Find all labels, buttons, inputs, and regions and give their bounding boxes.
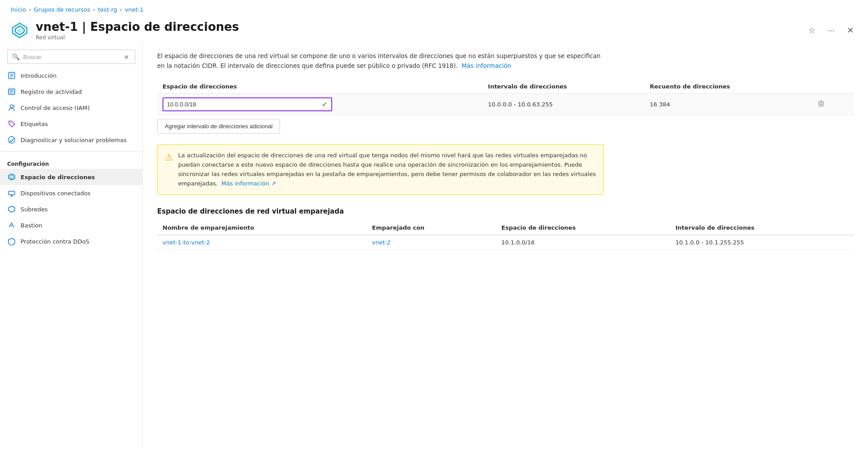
diagnose-icon	[7, 135, 16, 144]
sidebar-item-subnets[interactable]: Subredes	[0, 201, 142, 217]
col-actions	[809, 80, 854, 94]
table-row: vnet-1-to-vnet-2 vnet-2 10.1.0.0/16 10.1…	[157, 235, 854, 250]
peered-name-link[interactable]: vnet-1-to-vnet-2	[163, 239, 210, 246]
svg-rect-22	[818, 102, 824, 102]
svg-rect-17	[8, 191, 15, 195]
table-row: ✓ 10.0.0.0 - 10.0.63.255 16 384	[157, 94, 854, 115]
peered-with-link[interactable]: vnet-2	[372, 239, 391, 246]
svg-rect-23	[820, 101, 822, 101]
peered-section: Espacio de direcciones de red virtual em…	[157, 207, 854, 250]
main-content: El espacio de direcciones de una red vir…	[143, 42, 868, 447]
sidebar-item-diagnose[interactable]: Diagnosticar y solucionar problemas	[0, 132, 142, 148]
header-actions: ☆ ··· ✕	[805, 24, 857, 37]
page-header: vnet-1 | Espacio de direcciones Red virt…	[0, 17, 868, 42]
cidr-input-wrapper: ✓	[163, 97, 332, 111]
sidebar-item-intro[interactable]: Introducción	[0, 67, 142, 84]
sidebar-item-activity[interactable]: Registro de actividad	[0, 84, 142, 100]
collapse-sidebar-button[interactable]: «	[123, 53, 130, 61]
ddos-icon	[7, 237, 16, 246]
cidr-input[interactable]	[167, 101, 318, 108]
breadcrumb-vnet1[interactable]: vnet-1	[125, 6, 144, 13]
col-range: Intervalo de direcciones	[483, 80, 645, 94]
sidebar-tags-label: Etiquetas	[21, 121, 48, 127]
sidebar-intro-label: Introducción	[21, 72, 57, 79]
sidebar-item-iam[interactable]: Control de acceso (IAM)	[0, 100, 142, 116]
sidebar: 🔍 « Introducción Registro de actividad C…	[0, 42, 143, 447]
svg-rect-7	[8, 89, 15, 94]
sidebar-item-ddos[interactable]: Protección contra DDoS	[0, 233, 142, 249]
delete-row-button[interactable]	[814, 98, 828, 111]
bastion-icon	[7, 221, 16, 230]
peered-space-cell: 10.1.0.0/16	[496, 235, 670, 250]
more-options-button[interactable]: ···	[824, 24, 838, 37]
sidebar-diagnose-label: Diagnosticar y solucionar problemas	[21, 137, 126, 143]
svg-point-11	[10, 105, 13, 108]
peered-table: Nombre de emparejamiento Emparejado con …	[157, 221, 854, 250]
cidr-cell: ✓	[157, 94, 483, 115]
cidr-valid-icon: ✓	[322, 100, 328, 109]
sidebar-devices-label: Dispositivos conectados	[21, 190, 91, 197]
peered-col-space: Espacio de direcciones	[496, 221, 670, 235]
svg-point-13	[10, 122, 11, 123]
warning-icon: ⚠	[165, 152, 173, 188]
sidebar-iam-label: Control de acceso (IAM)	[21, 105, 90, 111]
subnets-icon	[7, 205, 16, 214]
sidebar-address-space-label: Espacio de direcciones	[21, 174, 95, 181]
breadcrumb-test-rg[interactable]: test-rg	[98, 6, 117, 13]
activity-icon	[7, 87, 16, 96]
favorite-button[interactable]: ☆	[805, 24, 819, 37]
intro-icon	[7, 71, 16, 80]
breadcrumb-grupos[interactable]: Grupos de recursos	[34, 6, 90, 13]
page-title: vnet-1 | Espacio de direcciones	[36, 20, 797, 34]
sidebar-subnets-label: Subredes	[21, 206, 48, 213]
close-button[interactable]: ✕	[843, 24, 857, 37]
address-space-icon	[7, 172, 16, 181]
sidebar-item-address-space[interactable]: Espacio de direcciones	[0, 169, 142, 185]
devices-icon	[7, 189, 16, 198]
vnet-icon	[11, 21, 29, 39]
sidebar-item-devices[interactable]: Dispositivos conectados	[0, 185, 142, 201]
address-space-table-container: Espacio de direcciones Intervalo de dire…	[157, 80, 854, 134]
search-icon: 🔍	[12, 53, 20, 60]
delete-cell	[809, 94, 854, 115]
col-address-space: Espacio de direcciones	[157, 80, 483, 94]
peered-range-cell: 10.1.0.0 - 10.1.255.255	[670, 235, 854, 250]
sidebar-item-tags[interactable]: Etiquetas	[0, 116, 142, 132]
description-text: El espacio de direcciones de una red vir…	[157, 51, 604, 71]
peered-name-cell: vnet-1-to-vnet-2	[157, 235, 367, 250]
peered-with-cell: vnet-2	[367, 235, 496, 250]
iam-icon	[7, 103, 16, 112]
range-cell: 10.0.0.0 - 10.0.63.255	[483, 94, 645, 115]
sidebar-bastion-label: Bastion	[21, 222, 42, 229]
warning-box: ⚠ La actualización del espacio de direcc…	[157, 144, 604, 195]
external-link-icon: ↗	[271, 180, 276, 187]
header-title-block: vnet-1 | Espacio de direcciones Red virt…	[36, 20, 797, 41]
col-count: Recuento de direcciones	[644, 80, 809, 94]
sidebar-divider	[0, 151, 142, 152]
svg-point-14	[8, 137, 15, 143]
peered-section-title: Espacio de direcciones de red virtual em…	[157, 207, 854, 215]
search-input[interactable]	[23, 54, 119, 60]
more-info-link[interactable]: Más información	[462, 62, 511, 69]
peered-col-name: Nombre de emparejamiento	[157, 221, 367, 235]
warning-more-info-link[interactable]: Más información ↗	[221, 180, 276, 187]
page-subtitle: Red virtual	[36, 34, 797, 41]
count-cell: 16 384	[644, 94, 809, 115]
svg-marker-2	[17, 28, 22, 33]
warning-text: La actualización del espacio de direccio…	[178, 151, 596, 188]
add-range-button[interactable]: Agregar intervalo de direcciones adicion…	[157, 119, 280, 134]
svg-marker-16	[10, 175, 13, 179]
sidebar-ddos-label: Protección contra DDoS	[21, 238, 89, 245]
sidebar-activity-label: Registro de actividad	[21, 88, 82, 95]
breadcrumb-inicio[interactable]: Inicio	[11, 6, 26, 13]
peered-col-with: Emparejado con	[367, 221, 496, 235]
search-box: 🔍 «	[7, 50, 135, 64]
peered-col-range: Intervalo de direcciones	[670, 221, 854, 235]
address-space-table: Espacio de direcciones Intervalo de dire…	[157, 80, 854, 115]
tags-icon	[7, 119, 16, 128]
sidebar-item-bastion[interactable]: Bastion	[0, 217, 142, 233]
breadcrumb: Inicio › Grupos de recursos › test-rg › …	[0, 0, 868, 17]
svg-marker-20	[8, 206, 15, 212]
sidebar-section-config: Configuración	[0, 156, 142, 169]
